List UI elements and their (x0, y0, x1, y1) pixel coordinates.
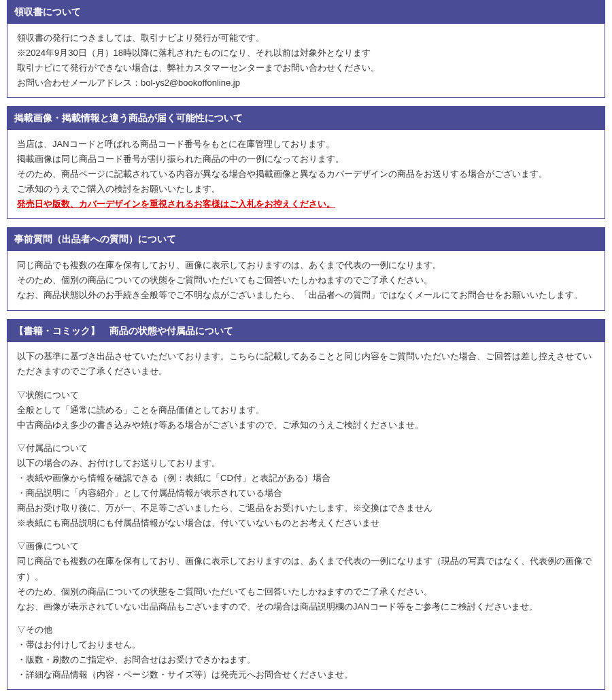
section-questions: 事前質問（出品者への質問）について 同じ商品でも複数の在庫を保有しており、画像に… (7, 227, 605, 310)
section-body-books: 以下の基準に基づき出品させていただいております。こちらに記載してあることと同じ内… (7, 342, 605, 689)
section-books: 【書籍・コミック】 商品の状態や付属品について 以下の基準に基づき出品させていた… (7, 319, 605, 690)
text-line: ・商品説明に「内容紹介」として付属品情報が表示されている場合 (17, 486, 595, 501)
warning-text: 発売日や版数、カバーデザインを重視されるお客様はご入札をお控えください。 (17, 197, 595, 212)
section-header-image-diff: 掲載画像・掲載情報と違う商品が届く可能性について (7, 107, 605, 130)
spacer (17, 614, 595, 622)
section-receipt: 領収書について 領収書の発行につきましては、取引ナビより発行が可能です。 ※20… (7, 0, 605, 98)
text-line: お問い合わせメールアドレス：bol-ys2@bookoffonline.jp (17, 76, 595, 90)
text-line: 以下の基準に基づき出品させていただいております。こちらに記載してあることと同じ内… (17, 349, 595, 379)
section-image-diff: 掲載画像・掲載情報と違う商品が届く可能性について 当店は、JANコードと呼ばれる… (7, 106, 605, 219)
subheading-other: ▽その他 (17, 622, 595, 637)
spacer (17, 531, 595, 539)
text-line: 取引ナビにて発行ができない場合は、弊社カスタマーセンターまでお問い合わせください… (17, 61, 595, 76)
text-line: 商品お受け取り後に、万が一、不足等ございましたら、ご返品をお受けいたします。※交… (17, 501, 595, 516)
subheading-image: ▽画像について (17, 539, 595, 554)
text-line: ・版数・刷数のご指定や、お問合せはお受けできかねます。 (17, 652, 595, 667)
text-line: 掲載画像は同じ商品コード番号が割り振られた商品の中の一例になっております。 (17, 152, 595, 167)
text-line: 同じ商品でも複数の在庫を保有しており、画像に表示しておりますのは、あくまで代表の… (17, 258, 595, 273)
text-line: ・帯はお付けしておりません。 (17, 637, 595, 652)
section-body-receipt: 領収書の発行につきましては、取引ナビより発行が可能です。 ※2024年9月30日… (7, 24, 605, 97)
section-body-image-diff: 当店は、JANコードと呼ばれる商品コード番号をもとに在庫管理しております。 掲載… (7, 130, 605, 218)
text-line: 同じ商品でも複数の在庫を保有しており、画像に表示しておりますのは、あくまで代表の… (17, 554, 595, 584)
text-line: 全般として「通常に読める」ことを商品価値としております。 (17, 403, 595, 418)
text-line: ・表紙や画像から情報を確認できる（例：表紙に「CD付」と表記がある）場合 (17, 471, 595, 486)
subheading-accessory: ▽付属品について (17, 441, 595, 456)
spacer (17, 433, 595, 441)
section-header-questions: 事前質問（出品者への質問）について (7, 228, 605, 251)
text-line: そのため、個別の商品についての状態をご質問いただいてもご回答いたしかねますのでご… (17, 584, 595, 599)
text-line: 以下の場合のみ、お付けしてお送りしております。 (17, 456, 595, 471)
text-line: ご承知のうえでご購入の検討をお願いいたします。 (17, 182, 595, 197)
text-line: そのため、商品ページに記載されている内容が異なる場合や掲載画像と異なるカバーデザ… (17, 167, 595, 182)
text-line: ※2024年9月30日（月）18時以降に落札されたものになり、それ以前は対象外と… (17, 46, 595, 61)
section-header-books: 【書籍・コミック】 商品の状態や付属品について (7, 320, 605, 343)
spacer (17, 380, 595, 388)
text-line: 領収書の発行につきましては、取引ナビより発行が可能です。 (17, 31, 595, 46)
text-line: ・詳細な商品情報（内容・ページ数・サイズ等）は発売元へお問合せくださいませ。 (17, 667, 595, 682)
text-line: 当店は、JANコードと呼ばれる商品コード番号をもとに在庫管理しております。 (17, 137, 595, 152)
text-line: 中古商品ゆえ多少の書き込みや焼け等ある場合がございますので、ご承知のうえご検討く… (17, 418, 595, 433)
section-body-questions: 同じ商品でも複数の在庫を保有しており、画像に表示しておりますのは、あくまで代表の… (7, 251, 605, 310)
section-header-receipt: 領収書について (7, 1, 605, 24)
text-line: なお、商品状態以外のお手続き全般等でご不明な点がございましたら、「出品者への質問… (17, 288, 595, 303)
subheading-condition: ▽状態について (17, 388, 595, 403)
text-line: ※表紙にも商品説明にも付属品情報がない場合は、付いていないものとお考えくださいま… (17, 516, 595, 531)
text-line: そのため、個別の商品についての状態をご質問いただいてもご回答いたしかねますのでご… (17, 273, 595, 288)
text-line: なお、画像が表示されていない出品商品もございますので、その場合は商品説明欄のJA… (17, 599, 595, 614)
